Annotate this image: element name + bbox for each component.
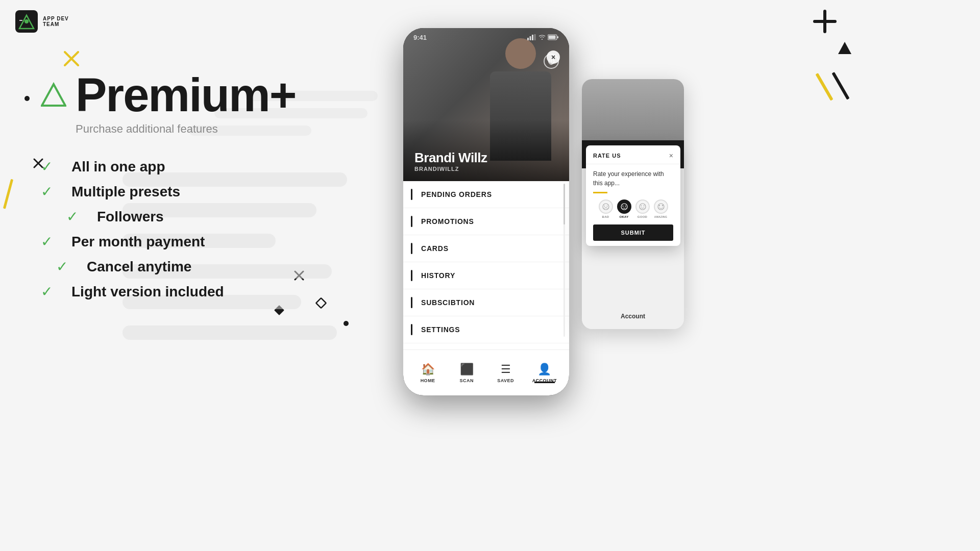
svg-rect-24: [534, 34, 536, 40]
phone-close-button[interactable]: ×: [547, 51, 560, 64]
phone-status-icons: [527, 34, 559, 40]
svg-point-2: [24, 19, 29, 23]
phone-hero-image: Brandi Willz BRANDIWILLZ ⏻: [403, 28, 569, 181]
rate-modal-title: RATE US: [593, 153, 621, 159]
feature-label-2: Multiple presets: [71, 184, 180, 200]
overlay-header-text: ⠀: [588, 130, 592, 135]
logo-area: APP DEV TEAM: [15, 10, 69, 33]
deco-plus-topright: [813, 9, 837, 36]
check-icon-4: ✓: [41, 233, 61, 250]
check-icon-5: ✓: [56, 258, 77, 275]
deco-stripe-yellow: [815, 72, 835, 103]
amazing-face-icon: [657, 203, 665, 210]
menu-item-history[interactable]: HISTORY: [403, 262, 569, 289]
bg-stripe-6: [122, 325, 337, 340]
deco-stripe-dark: [831, 71, 851, 102]
feature-item-6: ✓ Light version included: [41, 283, 408, 300]
rate-submit-button[interactable]: SUBMIT: [593, 224, 673, 241]
svg-point-31: [621, 204, 627, 210]
feature-item-4: ✓ Per month payment: [41, 233, 408, 250]
logo-icon: [15, 10, 38, 33]
rate-modal-close-button[interactable]: ×: [669, 152, 673, 160]
wifi-icon: [538, 34, 546, 40]
svg-point-33: [625, 206, 626, 207]
svg-point-34: [640, 204, 646, 210]
svg-rect-15: [831, 72, 849, 100]
svg-marker-20: [42, 84, 65, 106]
nav-item-saved[interactable]: ☰ SAVED: [486, 363, 525, 383]
phone-scrollbar[interactable]: [564, 184, 565, 337]
subtitle: Purchase additional features: [76, 122, 408, 136]
sad-face-icon: [602, 203, 609, 210]
svg-point-38: [658, 205, 659, 206]
svg-marker-13: [838, 42, 851, 54]
svg-point-30: [606, 206, 607, 207]
home-icon: 🏠: [421, 363, 435, 376]
check-icon-1: ✓: [41, 158, 61, 175]
feature-item-5: ✓ Cancel anytime: [56, 258, 408, 275]
overlay-phone-top: ⠀: [582, 79, 684, 140]
main-content: Premium+ Purchase additional features ✓ …: [41, 71, 408, 300]
battery-icon: [548, 34, 559, 40]
rate-option-okay[interactable]: OKAY: [617, 199, 631, 218]
svg-rect-23: [532, 35, 533, 40]
check-icon-3: ✓: [66, 208, 87, 225]
hero-info: Brandi Willz BRANDIWILLZ: [414, 150, 487, 172]
rate-label-amazing: AMAZING: [654, 215, 667, 218]
phone-menu: PENDING ORDERS PROMOTIONS CARDS HISTORY …: [403, 181, 569, 349]
rate-modal-underline: [593, 192, 607, 193]
deco-x-topleft: [64, 51, 79, 68]
rate-option-bad[interactable]: BAD: [599, 199, 613, 218]
svg-point-29: [604, 206, 605, 207]
account-icon: 👤: [537, 363, 551, 376]
triangle-icon: [41, 82, 66, 108]
rate-modal-header: RATE US ×: [586, 145, 680, 164]
nav-active-indicator: [534, 382, 555, 383]
hero-handle: BRANDIWILLZ: [414, 166, 487, 172]
phone-scrollbar-thumb: [564, 184, 565, 224]
check-icon-2: ✓: [41, 183, 61, 200]
svg-rect-21: [527, 38, 529, 40]
menu-item-subscription[interactable]: SUBSCIBTION: [403, 289, 569, 316]
svg-point-39: [662, 205, 663, 206]
scan-icon: ⬛: [460, 363, 474, 376]
rate-modal-body: Rate your experience with this app... BA…: [586, 164, 680, 246]
menu-item-settings[interactable]: SETTINGS: [403, 316, 569, 343]
svg-rect-8: [3, 179, 13, 209]
saved-icon: ☰: [501, 363, 511, 376]
nav-item-account[interactable]: 👤 ACCOUNT: [525, 363, 564, 383]
svg-point-32: [622, 206, 623, 207]
feature-label-1: All in one app: [71, 159, 165, 175]
main-title: Premium+: [76, 71, 296, 118]
svg-rect-26: [549, 36, 556, 39]
rate-icon-bad: [599, 199, 613, 214]
overlay-account-label: Account: [621, 313, 645, 320]
rate-option-amazing[interactable]: AMAZING: [654, 199, 668, 218]
svg-point-9: [24, 96, 30, 101]
hero-name: Brandi Willz: [414, 150, 487, 166]
svg-rect-22: [530, 36, 531, 40]
svg-rect-27: [557, 36, 559, 38]
feature-item-3: ✓ Followers: [66, 208, 408, 225]
rate-icon-okay: [617, 199, 631, 214]
feature-label-3: Followers: [97, 209, 164, 225]
rate-us-modal: RATE US × Rate your experience with this…: [586, 145, 680, 246]
menu-item-pending-orders[interactable]: PENDING ORDERS: [403, 181, 569, 208]
deco-triangle-topright: [837, 41, 852, 57]
menu-item-promotions[interactable]: PROMOTIONS: [403, 208, 569, 235]
menu-item-cards[interactable]: CARDS: [403, 235, 569, 262]
feature-label-5: Cancel anytime: [87, 259, 191, 275]
deco-slash-left: [1, 179, 14, 211]
nav-item-home[interactable]: 🏠 HOME: [408, 363, 447, 383]
logo-text: APP DEV TEAM: [43, 16, 69, 27]
rate-label-okay: OKAY: [620, 215, 629, 218]
phone-mockup: 9:41: [403, 28, 569, 395]
rate-options: BAD OKAY: [593, 199, 673, 218]
good-face-icon: [639, 203, 646, 210]
rate-option-good[interactable]: GOOD: [635, 199, 650, 218]
nav-item-scan[interactable]: ⬛ SCAN: [447, 363, 486, 383]
svg-point-36: [643, 206, 644, 207]
features-list: ✓ All in one app ✓ Multiple presets ✓ Fo…: [41, 158, 408, 300]
feature-item-1: ✓ All in one app: [41, 158, 408, 175]
svg-point-35: [641, 206, 642, 207]
